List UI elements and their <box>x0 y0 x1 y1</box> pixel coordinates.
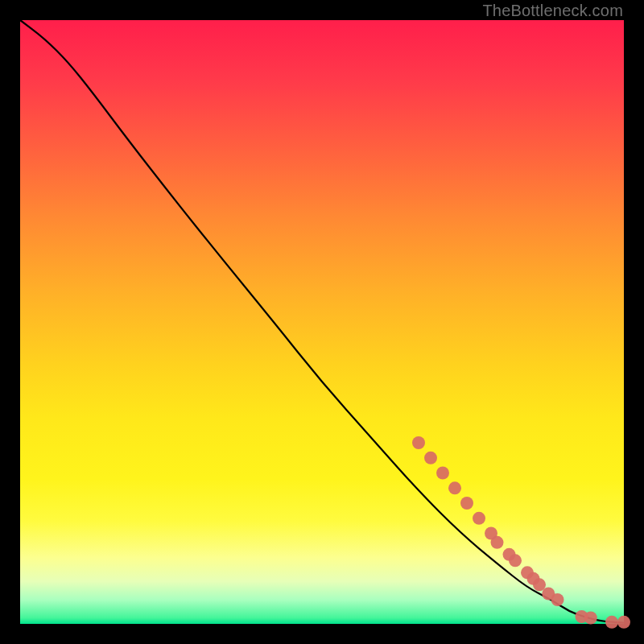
curve-marker <box>436 467 449 480</box>
curve-marker <box>424 452 437 464</box>
curve-marker <box>412 436 425 449</box>
curve-marker <box>460 497 473 510</box>
curve-marker <box>473 512 485 525</box>
curve-marker <box>551 593 564 606</box>
curve-marker <box>448 481 461 494</box>
plot-area <box>20 20 624 624</box>
curve-marker <box>491 536 504 549</box>
curve-marker-group <box>412 436 630 629</box>
curve-marker <box>509 554 522 567</box>
watermark-text: TheBottleneck.com <box>482 2 623 20</box>
chart-stage: TheBottleneck.com <box>0 0 644 644</box>
bottleneck-curve <box>20 20 624 623</box>
curve-marker <box>605 616 618 629</box>
curve-marker <box>617 616 630 629</box>
chart-svg <box>20 20 624 624</box>
curve-marker <box>584 612 597 625</box>
